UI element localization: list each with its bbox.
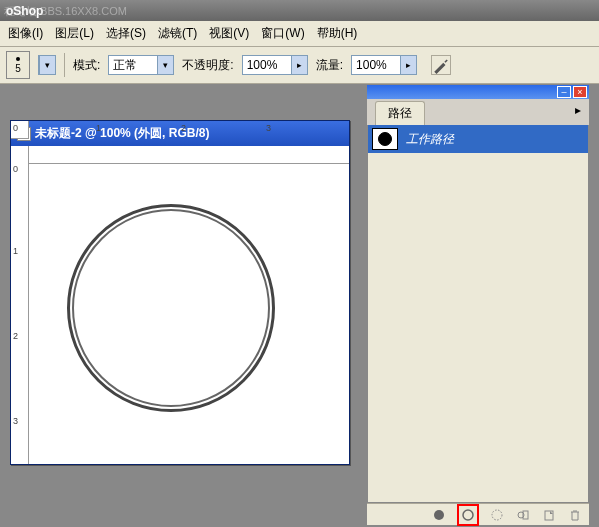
chevron-down-icon: ▾: [157, 56, 173, 74]
brush-arrow[interactable]: ▾: [38, 55, 56, 75]
delete-path-button[interactable]: [567, 507, 583, 523]
app-titlebar: oShop: [0, 0, 599, 21]
path-item-work-path[interactable]: 工作路径: [368, 125, 588, 153]
tab-paths[interactable]: 路径: [375, 101, 425, 125]
svg-point-2: [492, 510, 502, 520]
vertical-ruler: 0 1 2 3: [11, 146, 29, 464]
brush-size-value: 5: [15, 63, 21, 74]
path-list: 工作路径: [367, 125, 589, 503]
svg-point-1: [463, 510, 473, 520]
document-titlebar[interactable]: 未标题-2 @ 100% (外圆, RGB/8): [11, 121, 349, 146]
airbrush-icon: [432, 56, 450, 74]
menu-select[interactable]: 选择(S): [106, 25, 146, 42]
workspace: 未标题-2 @ 100% (外圆, RGB/8) 0 1 2 3 0 1 2 3: [0, 85, 599, 527]
brush-dot-icon: [16, 57, 20, 61]
minimize-icon[interactable]: –: [557, 86, 571, 98]
highlight-annotation: [457, 504, 479, 526]
menu-layer[interactable]: 图层(L): [55, 25, 94, 42]
horizontal-ruler: 0 1 2 3: [29, 146, 349, 164]
menu-image[interactable]: 图像(I): [8, 25, 43, 42]
tool-options-bar: 5 ▾ 模式: ▾ 不透明度: ▸ 流量: ▸: [0, 47, 599, 84]
circle-path-shape: [67, 204, 275, 412]
stroke-path-button[interactable]: [460, 507, 476, 523]
new-path-button[interactable]: [541, 507, 557, 523]
panel-tabs: 路径 ▸: [367, 99, 589, 125]
flow-value[interactable]: [352, 56, 400, 74]
opacity-value[interactable]: [243, 56, 291, 74]
path-name: 工作路径: [406, 131, 454, 148]
menu-view[interactable]: 视图(V): [209, 25, 249, 42]
opacity-label: 不透明度:: [182, 57, 233, 74]
fill-path-button[interactable]: [431, 507, 447, 523]
app-title: oShop: [6, 4, 43, 18]
mode-value[interactable]: [109, 56, 157, 74]
panel-header[interactable]: – ×: [367, 85, 589, 99]
brush-preset-picker[interactable]: 5: [6, 51, 30, 79]
menu-filter[interactable]: 滤镜(T): [158, 25, 197, 42]
menu-bar: 图像(I) 图层(L) 选择(S) 滤镜(T) 视图(V) 窗口(W) 帮助(H…: [0, 21, 599, 47]
mode-select[interactable]: ▾: [108, 55, 174, 75]
path-to-selection-button[interactable]: [489, 507, 505, 523]
opacity-input[interactable]: ▸: [242, 55, 308, 75]
separator: [64, 53, 65, 77]
arrow-right-icon: ▸: [291, 56, 307, 74]
panel-menu-icon[interactable]: ▸: [569, 101, 587, 125]
flow-input[interactable]: ▸: [351, 55, 417, 75]
paths-panel: – × 路径 ▸ 工作路径: [367, 85, 589, 525]
svg-point-0: [434, 510, 444, 520]
path-thumbnail: [372, 128, 398, 150]
app-chrome: oShop 图像(I) 图层(L) 选择(S) 滤镜(T) 视图(V) 窗口(W…: [0, 0, 599, 84]
airbrush-toggle[interactable]: [431, 55, 451, 75]
arrow-right-icon: ▸: [400, 56, 416, 74]
selection-to-path-button[interactable]: [515, 507, 531, 523]
panel-footer: [367, 503, 589, 525]
menu-window[interactable]: 窗口(W): [261, 25, 304, 42]
mode-label: 模式:: [73, 57, 100, 74]
close-icon[interactable]: ×: [573, 86, 587, 98]
canvas[interactable]: [29, 164, 349, 464]
svg-rect-5: [545, 511, 553, 520]
menu-help[interactable]: 帮助(H): [317, 25, 358, 42]
document-window: 未标题-2 @ 100% (外圆, RGB/8) 0 1 2 3 0 1 2 3: [10, 120, 350, 465]
flow-label: 流量:: [316, 57, 343, 74]
